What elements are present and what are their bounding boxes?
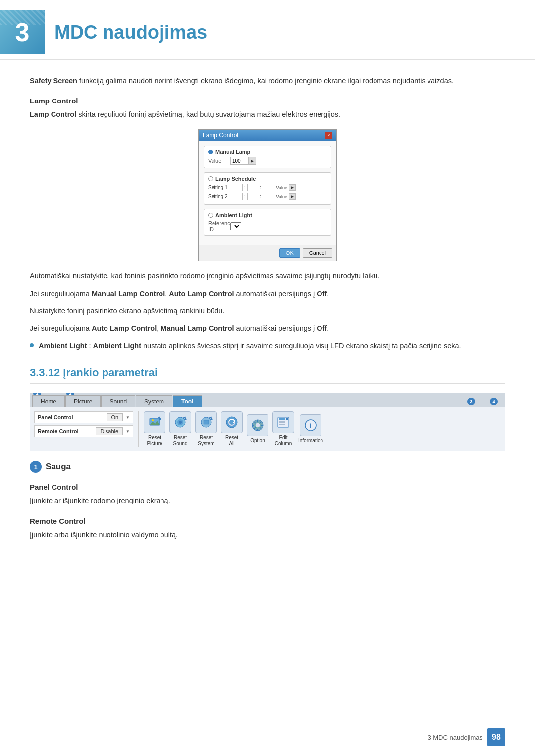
reference-id-select[interactable] bbox=[230, 222, 241, 230]
manual-lamp-radio[interactable] bbox=[208, 150, 213, 154]
sep3: : bbox=[244, 194, 246, 199]
lamp-control-dialog-container: Lamp Control × Manual Lamp Value ▶ bbox=[30, 129, 505, 261]
svg-point-7 bbox=[226, 417, 237, 428]
option-icon bbox=[251, 418, 265, 432]
svg-rect-11 bbox=[279, 418, 282, 420]
reset-picture-group: ResetPicture bbox=[144, 411, 165, 447]
option-group: Option bbox=[247, 414, 268, 444]
safety-screen-intro: Safety Screen funkciją galima naudoti no… bbox=[30, 75, 505, 87]
svg-point-9 bbox=[255, 423, 260, 428]
lamp-control-description: Lamp Control skirta reguliuoti foninį ap… bbox=[30, 109, 505, 120]
tab-sound[interactable]: Sound bbox=[101, 395, 135, 407]
edit-column-icon bbox=[276, 415, 290, 429]
auto-lamp-bold-2: Auto Lamp Control bbox=[92, 324, 157, 332]
reset-picture-button[interactable] bbox=[144, 411, 165, 433]
setting1-h[interactable] bbox=[232, 184, 243, 191]
manual-lamp-bold-2: Manual Lamp Control bbox=[160, 324, 234, 332]
tab-number-4: 4 bbox=[490, 398, 498, 405]
setting1-s[interactable] bbox=[263, 184, 273, 191]
remote-control-arrow[interactable]: ▼ bbox=[126, 429, 130, 434]
tool-panel-tabs: 1 Home 2 Picture Sound System Tool 3 4 bbox=[30, 393, 505, 407]
dialog-body: Manual Lamp Value ▶ Lamp Schedule bbox=[199, 141, 336, 245]
reset-picture-label: ResetPicture bbox=[147, 435, 162, 447]
svg-point-1 bbox=[152, 419, 154, 421]
dialog-close-button[interactable]: × bbox=[325, 132, 332, 139]
svg-rect-16 bbox=[279, 424, 282, 425]
information-icon: i bbox=[304, 418, 318, 432]
safety-screen-text: funkciją galima naudoti norint išvengti … bbox=[79, 77, 454, 85]
body-para-3: Nustatykite foninį pasirinkto ekrano apš… bbox=[30, 305, 505, 317]
tab-picture[interactable]: Picture bbox=[65, 395, 101, 407]
setting2-arrow[interactable]: ▶ bbox=[289, 193, 296, 200]
reset-system-icon bbox=[199, 415, 213, 429]
setting2-h[interactable] bbox=[232, 193, 243, 200]
value-input[interactable] bbox=[230, 157, 248, 165]
information-label: Information bbox=[298, 438, 323, 444]
reset-system-button[interactable] bbox=[195, 411, 217, 433]
panel-control-value: On bbox=[107, 413, 123, 421]
manual-lamp-value-row: Value ▶ bbox=[208, 157, 327, 165]
manual-lamp-label: Manual Lamp bbox=[215, 149, 250, 155]
chapter-number-box: 3 bbox=[0, 10, 45, 54]
tab-picture-wrapper: 2 Picture bbox=[65, 395, 101, 407]
option-button[interactable] bbox=[247, 414, 268, 436]
lamp-schedule-radio[interactable] bbox=[208, 176, 213, 181]
value-arrow[interactable]: ▶ bbox=[248, 157, 256, 165]
sep2: : bbox=[260, 185, 261, 190]
setting1-m[interactable] bbox=[247, 184, 258, 191]
panel-control-description: Įjunkite ar išjunkite rodomo įrenginio e… bbox=[30, 495, 505, 506]
tab-tool[interactable]: Tool bbox=[173, 395, 202, 407]
svg-rect-13 bbox=[286, 418, 288, 420]
body-para-2: Jei sureguliuojama Manual Lamp Control, … bbox=[30, 288, 505, 300]
reset-sound-group: ResetSound bbox=[169, 411, 191, 447]
ambient-light-bullet-text: Ambient Light : Ambient Light nustato ap… bbox=[39, 340, 461, 352]
reference-id-label: Reference ID bbox=[208, 220, 230, 232]
remote-control-description: Įjunkite arba išjunkite nuotolinio valdy… bbox=[30, 529, 505, 541]
edit-column-button[interactable] bbox=[272, 411, 294, 433]
ambient-light-bullet-heading: Ambient Light bbox=[39, 342, 87, 350]
setting1-value-label: Value bbox=[276, 185, 287, 190]
page-number: 98 bbox=[487, 728, 505, 746]
remote-control-heading: Remote Control bbox=[30, 517, 505, 525]
panel-control-arrow[interactable]: ▼ bbox=[126, 415, 130, 420]
option-label: Option bbox=[250, 438, 265, 444]
panel-control-row: Panel Control On ▼ bbox=[34, 411, 133, 423]
section-3312-heading: 3.3.12 Įrankio parametrai bbox=[30, 366, 505, 384]
lamp-control-text: skirta reguliuoti foninį apšvietimą, kad… bbox=[78, 110, 340, 118]
footer-chapter-text: 3 MDC naudojimas bbox=[428, 734, 482, 741]
lamp-control-heading: Lamp Control bbox=[30, 97, 505, 105]
cancel-button[interactable]: Cancel bbox=[303, 248, 332, 258]
tool-buttons-area: ResetPicture ResetSound bbox=[144, 411, 501, 447]
ok-button[interactable]: OK bbox=[279, 248, 300, 258]
lamp-control-dialog: Lamp Control × Manual Lamp Value ▶ bbox=[198, 129, 337, 261]
setting2-m[interactable] bbox=[247, 193, 258, 200]
information-button[interactable]: i bbox=[300, 414, 321, 436]
panel-control-heading: Panel Control bbox=[30, 483, 505, 491]
page-footer: 3 MDC naudojimas 98 bbox=[428, 728, 505, 746]
reset-sound-label: ResetSound bbox=[173, 435, 188, 447]
setting1-arrow[interactable]: ▶ bbox=[289, 184, 296, 191]
tab-system[interactable]: System bbox=[136, 395, 172, 407]
manual-lamp-radio-row: Manual Lamp bbox=[208, 149, 327, 155]
off-bold-1: Off bbox=[317, 290, 327, 298]
tab-home[interactable]: Home bbox=[32, 395, 65, 407]
svg-rect-14 bbox=[279, 421, 282, 423]
remote-control-row: Remote Control Disable ▼ bbox=[34, 425, 133, 437]
lamp-schedule-section: Lamp Schedule Setting 1 : : Value ▶ Sett… bbox=[204, 172, 331, 205]
body-para-1: Automatiškai nustatykite, kad foninis pa… bbox=[30, 270, 505, 282]
reset-all-icon bbox=[225, 415, 239, 429]
lamp-schedule-radio-row: Lamp Schedule bbox=[208, 176, 327, 182]
safety-screen-bold: Safety Screen bbox=[30, 77, 77, 85]
reset-picture-icon bbox=[148, 415, 161, 429]
reset-all-button[interactable] bbox=[221, 411, 243, 433]
ambient-light-section: Ambient Light Reference ID bbox=[204, 209, 331, 236]
reset-sound-button[interactable] bbox=[169, 411, 191, 433]
edit-column-group: EditColumn bbox=[272, 411, 294, 447]
ambient-light-radio[interactable] bbox=[208, 213, 213, 218]
setting2-s[interactable] bbox=[263, 193, 273, 200]
dialog-footer: OK Cancel bbox=[199, 245, 336, 261]
setting1-row: Setting 1 : : Value ▶ bbox=[208, 184, 327, 191]
remote-control-value: Disable bbox=[96, 427, 123, 435]
page-header: 3 MDC naudojimas bbox=[0, 0, 535, 60]
panel-control-label: Panel Control bbox=[38, 414, 104, 420]
